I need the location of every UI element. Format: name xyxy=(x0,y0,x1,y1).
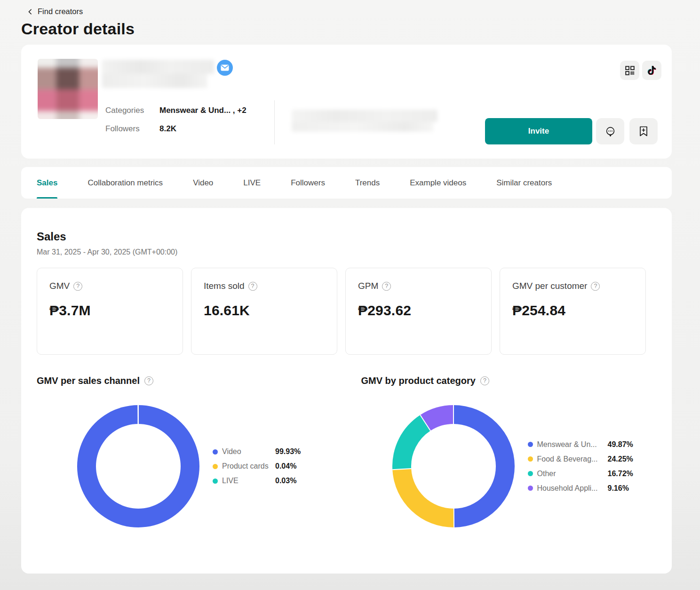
help-icon[interactable]: ? xyxy=(382,282,391,291)
chart-title: GMV by product category xyxy=(361,375,476,386)
legend-label: Food & Beverag... xyxy=(537,455,608,463)
legend-dot xyxy=(213,478,218,484)
date-range: Mar 31, 2025 - Apr 30, 2025 (GMT+00:00) xyxy=(37,248,656,256)
chat-bubble-icon xyxy=(605,126,616,137)
legend-value: 24.25% xyxy=(608,455,633,463)
legend-dot xyxy=(528,471,533,476)
legend-item-product-cards: Product cards0.04% xyxy=(213,462,301,470)
help-icon[interactable]: ? xyxy=(591,282,600,291)
creator-name-redacted xyxy=(102,60,214,88)
creator-info-redacted xyxy=(292,110,438,132)
breadcrumb-label: Find creators xyxy=(38,7,83,16)
creator-categories: Categories Menswear & Und... , +2 xyxy=(105,106,247,115)
metric-card-items-sold: Items sold?16.61K xyxy=(191,268,337,355)
divider xyxy=(274,100,275,144)
legend-item-household-appli: Household Appli...9.16% xyxy=(528,484,633,493)
legend-value: 0.04% xyxy=(275,462,301,470)
legend-dot xyxy=(528,442,533,447)
donut-chart xyxy=(392,405,515,527)
envelope-icon xyxy=(221,64,229,71)
legend-label: Product cards xyxy=(222,462,275,470)
metric-card-gmv: GMV?₱3.7M xyxy=(37,268,183,355)
metric-label: GMV xyxy=(49,281,70,291)
legend-value: 49.87% xyxy=(608,440,633,449)
legend-dot xyxy=(528,486,533,491)
invite-button[interactable]: Invite xyxy=(485,118,592,144)
legend-value: 16.72% xyxy=(608,470,633,478)
metric-label: GPM xyxy=(358,281,378,291)
tab-similar-creators[interactable]: Similar creators xyxy=(496,167,552,199)
legend-value: 99.93% xyxy=(275,447,301,456)
categories-value[interactable]: Menswear & Und... , +2 xyxy=(159,106,247,115)
email-icon[interactable] xyxy=(217,60,233,76)
metric-value: ₱254.84 xyxy=(512,303,633,319)
metric-card-gpm: GPM?₱293.62 xyxy=(345,268,492,355)
tab-trends[interactable]: Trends xyxy=(355,167,380,199)
help-icon[interactable]: ? xyxy=(73,282,82,291)
creator-followers: Followers 8.2K xyxy=(105,124,176,134)
creator-card: Categories Menswear & Und... , +2 Follow… xyxy=(21,45,672,159)
chart-gmv-by-product-category: GMV by product category ? Menswear & Un.… xyxy=(347,375,657,527)
legend-label: LIVE xyxy=(222,477,275,485)
legend-item-other: Other16.72% xyxy=(528,470,633,478)
followers-value: 8.2K xyxy=(159,124,176,134)
avatar-blurred-image xyxy=(38,59,98,119)
metric-card-gmv-per-customer: GMV per customer?₱254.84 xyxy=(500,268,646,355)
legend-item-food-beverag: Food & Beverag...24.25% xyxy=(528,455,633,463)
legend-label: Household Appli... xyxy=(537,484,608,493)
tab-followers[interactable]: Followers xyxy=(291,167,325,199)
tiktok-profile-button[interactable] xyxy=(642,61,661,80)
help-icon[interactable]: ? xyxy=(248,282,257,291)
help-icon[interactable]: ? xyxy=(480,376,489,385)
legend-item-menswear-un: Menswear & Un...49.87% xyxy=(528,440,633,449)
help-icon[interactable]: ? xyxy=(144,376,153,385)
metric-value: ₱3.7M xyxy=(49,303,170,319)
metric-label: Items sold xyxy=(204,281,245,291)
legend-item-video: Video99.93% xyxy=(213,447,301,456)
legend-label: Video xyxy=(222,447,275,456)
sales-section-title: Sales xyxy=(37,230,656,243)
legend-item-live: LIVE0.03% xyxy=(213,477,301,485)
chart-gmv-per-sales-channel: GMV per sales channel ? Video99.93%Produ… xyxy=(37,375,347,527)
chart-legend: Menswear & Un...49.87%Food & Beverag...2… xyxy=(528,440,633,493)
legend-dot xyxy=(528,456,533,462)
chevron-left-icon xyxy=(27,8,33,15)
legend-dot xyxy=(213,464,218,469)
bookmark-plus-icon xyxy=(639,126,648,136)
chart-title: GMV per sales channel xyxy=(37,375,140,386)
tiktok-icon xyxy=(647,66,656,75)
chat-button[interactable] xyxy=(596,118,624,144)
metric-value: 16.61K xyxy=(204,303,325,319)
page-title: Creator details xyxy=(21,20,672,38)
followers-label: Followers xyxy=(105,124,159,134)
avatar xyxy=(38,59,98,119)
tabs: SalesCollaboration metricsVideoLIVEFollo… xyxy=(21,167,672,199)
metric-value: ₱293.62 xyxy=(358,303,479,319)
page: Find creators Creator details Categories… xyxy=(0,0,700,574)
sales-panel: Sales Mar 31, 2025 - Apr 30, 2025 (GMT+0… xyxy=(21,208,672,574)
charts-row: GMV per sales channel ? Video99.93%Produ… xyxy=(37,375,656,527)
donut-chart xyxy=(77,405,199,527)
qr-code-icon xyxy=(625,66,635,75)
legend-value: 9.16% xyxy=(608,484,633,493)
qr-code-button[interactable] xyxy=(620,61,639,80)
legend-dot xyxy=(213,449,218,454)
tab-sales[interactable]: Sales xyxy=(37,167,57,199)
legend-label: Other xyxy=(537,470,608,478)
tab-collaboration-metrics[interactable]: Collaboration metrics xyxy=(88,167,163,199)
metric-cards: GMV?₱3.7MItems sold?16.61KGPM?₱293.62GMV… xyxy=(37,268,656,355)
bookmark-button[interactable] xyxy=(629,118,658,144)
tab-example-videos[interactable]: Example videos xyxy=(410,167,466,199)
legend-value: 0.03% xyxy=(275,477,301,485)
chart-legend: Video99.93%Product cards0.04%LIVE0.03% xyxy=(213,447,301,485)
legend-label: Menswear & Un... xyxy=(537,440,608,449)
metric-label: GMV per customer xyxy=(512,281,587,291)
tab-video[interactable]: Video xyxy=(193,167,213,199)
breadcrumb[interactable]: Find creators xyxy=(27,7,672,16)
tab-live[interactable]: LIVE xyxy=(243,167,261,199)
categories-label: Categories xyxy=(105,106,159,115)
